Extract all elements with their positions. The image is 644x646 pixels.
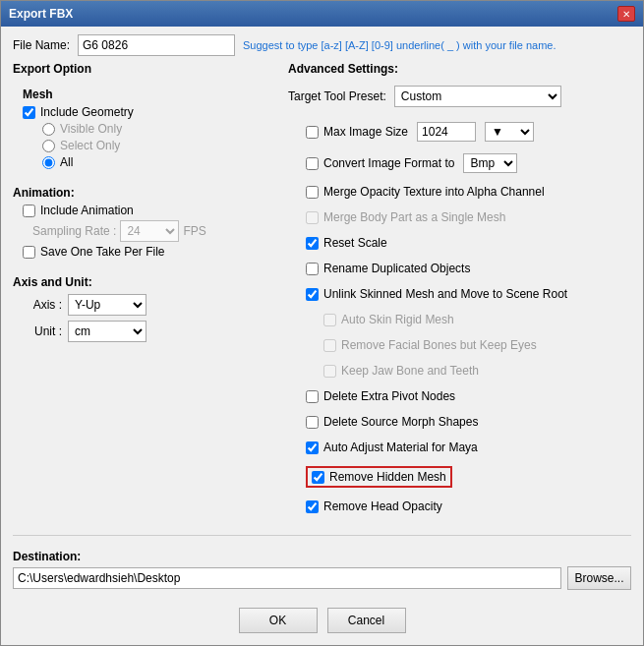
delete-source-morph-label: Delete Source Morph Shapes [323, 415, 478, 429]
merge-opacity-row: Merge Opacity Texture into Alpha Channel [306, 185, 631, 199]
destination-section: Destination: Browse... [13, 550, 631, 590]
destination-label: Destination: [13, 550, 631, 563]
ok-button[interactable]: OK [239, 608, 318, 633]
all-label: All [60, 155, 73, 169]
remove-facial-checkbox[interactable] [323, 339, 336, 352]
visible-only-radio[interactable] [42, 123, 55, 136]
main-content: File Name: Suggest to type [a-z] [A-Z] [… [1, 27, 643, 645]
max-image-size-row: Max Image Size ▼ [306, 122, 631, 142]
max-image-size-select[interactable]: ▼ [485, 122, 534, 142]
left-panel: Export Option Mesh Include Geometry Visi… [13, 62, 278, 525]
sampling-row: Sampling Rate : 24 FPS [32, 220, 278, 242]
file-name-label: File Name: [13, 38, 70, 52]
mesh-label: Mesh [23, 88, 278, 101]
auto-skin-rigid-label: Auto Skin Rigid Mesh [341, 313, 454, 326]
window-title: Export FBX [9, 7, 73, 21]
animation-label: Animation: [13, 186, 278, 200]
save-one-take-label: Save One Take Per File [40, 245, 165, 259]
axis-select[interactable]: Y-Up Z-Up [68, 294, 146, 316]
sampling-label: Sampling Rate : [32, 224, 116, 238]
target-tool-select[interactable]: Custom Maya 3ds Max Blender [394, 86, 561, 107]
select-only-label: Select Only [60, 139, 120, 152]
reset-scale-row: Reset Scale [306, 236, 631, 250]
remove-hidden-mesh-container: Remove Hidden Mesh [306, 466, 631, 488]
remove-head-opacity-checkbox[interactable] [306, 500, 319, 513]
include-geometry-label: Include Geometry [40, 105, 134, 119]
merge-body-part-row: Merge Body Part as a Single Mesh [306, 210, 631, 224]
visible-only-row: Visible Only [42, 122, 278, 136]
convert-image-row: Convert Image Format to Bmp Png Jpg Tga [306, 153, 631, 173]
rename-duplicated-row: Rename Duplicated Objects [306, 262, 631, 275]
unlink-skinned-row: Unlink Skinned Mesh and Move to Scene Ro… [306, 287, 631, 301]
select-only-radio[interactable] [42, 140, 55, 152]
destination-input[interactable] [13, 567, 561, 589]
axis-row: Axis : Y-Up Z-Up [23, 294, 278, 316]
bottom-buttons: OK Cancel [13, 604, 631, 637]
all-radio[interactable] [42, 156, 55, 169]
right-panel: Advanced Settings: Target Tool Preset: C… [288, 62, 631, 525]
axis-label: Axis : [23, 298, 62, 312]
file-name-input[interactable] [78, 34, 235, 56]
rename-duplicated-checkbox[interactable] [306, 263, 319, 275]
axis-unit-group: Axis and Unit: Axis : Y-Up Z-Up Unit : c… [13, 275, 278, 347]
close-button[interactable]: ✕ [617, 6, 635, 22]
unlink-skinned-checkbox[interactable] [306, 288, 319, 301]
remove-hidden-mesh-label: Remove Hidden Mesh [329, 470, 446, 484]
unlink-skinned-label: Unlink Skinned Mesh and Move to Scene Ro… [323, 287, 567, 301]
all-row: All [42, 155, 278, 169]
mesh-group: Mesh Include Geometry Visible Only Selec… [23, 88, 278, 172]
merge-body-part-label: Merge Body Part as a Single Mesh [323, 210, 505, 224]
delete-extra-pivot-label: Delete Extra Pivot Nodes [323, 389, 455, 403]
animation-group: Animation: Include Animation Sampling Ra… [13, 186, 278, 262]
remove-hidden-mesh-checkbox[interactable] [312, 471, 324, 484]
delete-extra-pivot-row: Delete Extra Pivot Nodes [306, 389, 631, 403]
remove-facial-label: Remove Facial Bones but Keep Eyes [341, 338, 537, 352]
divider [13, 535, 631, 536]
delete-source-morph-checkbox[interactable] [306, 416, 319, 429]
max-image-size-input[interactable] [417, 122, 476, 142]
remove-hidden-mesh-row: Remove Hidden Mesh [306, 466, 452, 488]
delete-extra-pivot-checkbox[interactable] [306, 390, 319, 403]
export-fbx-window: Export FBX ✕ File Name: Suggest to type … [0, 0, 644, 646]
save-one-take-checkbox[interactable] [23, 246, 35, 259]
max-image-size-checkbox[interactable] [306, 126, 319, 139]
include-animation-row: Include Animation [23, 204, 278, 217]
main-body: Export Option Mesh Include Geometry Visi… [13, 62, 631, 525]
rename-duplicated-label: Rename Duplicated Objects [323, 262, 470, 275]
remove-head-opacity-row: Remove Head Opacity [306, 499, 631, 513]
title-bar: Export FBX ✕ [1, 1, 643, 27]
merge-opacity-checkbox[interactable] [306, 186, 319, 199]
unit-select[interactable]: cm m mm inch foot [68, 321, 146, 342]
auto-skin-rigid-row: Auto Skin Rigid Mesh [323, 313, 631, 326]
include-animation-checkbox[interactable] [23, 205, 35, 217]
include-geometry-checkbox[interactable] [23, 106, 35, 119]
fps-label: FPS [183, 224, 205, 238]
browse-button[interactable]: Browse... [567, 566, 631, 590]
visible-only-label: Visible Only [60, 122, 122, 136]
axis-unit-label: Axis and Unit: [13, 275, 278, 289]
remove-head-opacity-label: Remove Head Opacity [323, 499, 442, 513]
keep-jaw-bone-row: Keep Jaw Bone and Teeth [323, 364, 631, 378]
sampling-select[interactable]: 24 [120, 220, 179, 242]
convert-image-checkbox[interactable] [306, 157, 319, 170]
merge-body-part-checkbox[interactable] [306, 211, 319, 224]
file-hint: Suggest to type [a-z] [A-Z] [0-9] underl… [243, 39, 556, 51]
max-image-size-label: Max Image Size [323, 125, 408, 139]
keep-jaw-bone-checkbox[interactable] [323, 365, 336, 378]
cancel-button[interactable]: Cancel [327, 608, 406, 633]
remove-facial-row: Remove Facial Bones but Keep Eyes [323, 338, 631, 352]
auto-adjust-material-label: Auto Adjust Material for Maya [323, 440, 478, 454]
keep-jaw-bone-label: Keep Jaw Bone and Teeth [341, 364, 479, 378]
convert-image-label: Convert Image Format to [323, 156, 454, 170]
unit-label: Unit : [23, 324, 62, 338]
delete-source-morph-row: Delete Source Morph Shapes [306, 415, 631, 429]
auto-adjust-material-checkbox[interactable] [306, 441, 319, 454]
convert-image-select[interactable]: Bmp Png Jpg Tga [463, 153, 517, 173]
reset-scale-label: Reset Scale [323, 236, 387, 250]
select-only-row: Select Only [42, 139, 278, 152]
reset-scale-checkbox[interactable] [306, 237, 319, 250]
auto-adjust-material-row: Auto Adjust Material for Maya [306, 440, 631, 454]
save-one-take-row: Save One Take Per File [23, 245, 278, 259]
target-tool-label: Target Tool Preset: [288, 89, 386, 103]
auto-skin-rigid-checkbox[interactable] [323, 314, 336, 326]
